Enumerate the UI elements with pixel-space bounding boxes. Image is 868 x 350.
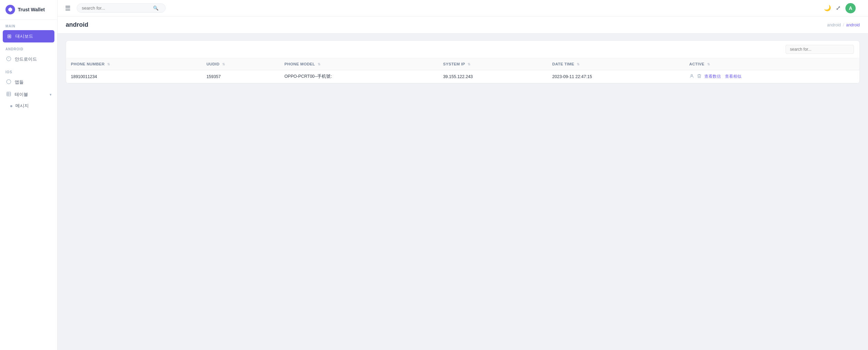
android-icon	[5, 56, 12, 62]
table-row: 18910011234 159357 OPPO-PCRT00--手机號: 39.…	[66, 70, 859, 83]
resize-button[interactable]: ⤢	[836, 4, 841, 12]
sidebar-item-apps-label: 앱들	[15, 79, 24, 85]
search-input[interactable]	[82, 5, 150, 11]
topbar: ☰ 🔍 🌙 ⤢ A	[0, 0, 868, 16]
moon-icon: 🌙	[824, 5, 831, 11]
breadcrumb-current: android	[846, 23, 860, 27]
sidebar-item-table[interactable]: 테이블 ▾	[0, 88, 57, 101]
content-area: PHONE NUMBER ⇅ UUDID ⇅ PHONE MODEL ⇅ S	[58, 34, 868, 90]
sort-icon-phone: ⇅	[107, 62, 110, 66]
sidebar-item-message[interactable]: 메시지	[0, 101, 57, 111]
sort-icon-active: ⇅	[707, 62, 710, 66]
view-similar-link[interactable]: 查看相似	[725, 74, 741, 79]
sort-icon-model: ⇅	[318, 62, 320, 66]
col-date-time: DATE TIME ⇅	[548, 58, 685, 70]
avatar[interactable]: A	[845, 3, 856, 13]
dashboard-icon: ⊞	[6, 33, 12, 39]
sidebar-item-table-label: 테이블	[15, 91, 28, 98]
col-active: ACTIVE ⇅	[685, 58, 859, 70]
sort-icon-ip: ⇅	[468, 62, 470, 66]
sub-dot-icon	[10, 105, 12, 107]
svg-point-3	[7, 79, 11, 84]
cell-uudid: 159357	[202, 70, 280, 83]
dark-mode-button[interactable]: 🌙	[824, 4, 831, 12]
sort-icon-uudid: ⇅	[222, 62, 225, 66]
breadcrumb-root[interactable]: android	[827, 23, 841, 27]
col-system-ip: SYSTEM IP ⇅	[438, 58, 547, 70]
card-search-bar	[66, 41, 859, 58]
sidebar-item-message-label: 메시지	[15, 103, 29, 109]
sidebar-section-ios: IOS	[0, 65, 57, 76]
cell-system-ip: 39.155.122.243	[438, 70, 547, 83]
hamburger-icon: ☰	[65, 5, 71, 12]
menu-toggle-button[interactable]: ☰	[63, 3, 73, 13]
search-icon: 🔍	[153, 5, 158, 11]
cell-phone-model: OPPO-PCRT00--手机號:	[280, 70, 438, 83]
app-logo	[5, 5, 15, 14]
resize-icon: ⤢	[836, 5, 841, 11]
page-title: android	[66, 21, 88, 28]
action-icons: 查看数信 查看相似	[689, 74, 855, 79]
chevron-down-icon: ▾	[50, 92, 52, 97]
topbar-actions: 🌙 ⤢ A	[824, 3, 863, 13]
user-icon[interactable]	[689, 74, 694, 79]
data-table: PHONE NUMBER ⇅ UUDID ⇅ PHONE MODEL ⇅ S	[66, 58, 859, 83]
cell-phone-number: 18910011234	[66, 70, 202, 83]
col-phone-model: PHONE MODEL ⇅	[280, 58, 438, 70]
cell-date-time: 2023-09-11 22:47:15	[548, 70, 685, 83]
main-content: android android / android PHONE NUMBER ⇅	[58, 16, 868, 350]
table-header-row: PHONE NUMBER ⇅ UUDID ⇅ PHONE MODEL ⇅ S	[66, 58, 859, 70]
page-header: android android / android	[58, 16, 868, 34]
sort-icon-datetime: ⇅	[577, 62, 579, 66]
sidebar-item-dashboard[interactable]: ⊞ 대시보드	[3, 30, 54, 42]
search-bar: 🔍	[77, 3, 166, 13]
col-uudid: UUDID ⇅	[202, 58, 280, 70]
sidebar-section-android: ANDROID	[0, 42, 57, 53]
view-data-link[interactable]: 查看数信	[704, 74, 721, 79]
delete-icon[interactable]	[697, 74, 702, 79]
app-name: Trust Wallet	[18, 7, 45, 12]
sidebar: Trust Wallet MAIN ⊞ 대시보드 ANDROID 안드로이드 I…	[0, 0, 58, 350]
col-phone-number: PHONE NUMBER ⇅	[66, 58, 202, 70]
sidebar-item-android[interactable]: 안드로이드	[0, 53, 57, 65]
apps-icon	[5, 79, 12, 85]
breadcrumb-separator: /	[843, 23, 844, 27]
svg-rect-4	[7, 92, 10, 96]
sidebar-header: Trust Wallet	[0, 0, 57, 20]
table-body: 18910011234 159357 OPPO-PCRT00--手机號: 39.…	[66, 70, 859, 83]
sidebar-item-apps[interactable]: 앱들	[0, 76, 57, 88]
data-card: PHONE NUMBER ⇅ UUDID ⇅ PHONE MODEL ⇅ S	[66, 40, 860, 84]
table-icon	[5, 91, 12, 98]
sidebar-item-dashboard-label: 대시보드	[15, 33, 33, 39]
sidebar-section-main: MAIN	[0, 20, 57, 30]
sidebar-item-android-label: 안드로이드	[15, 56, 37, 62]
svg-point-8	[691, 74, 692, 76]
cell-active: 查看数信 查看相似	[685, 70, 859, 83]
breadcrumb: android / android	[827, 23, 860, 27]
card-search-input[interactable]	[786, 45, 854, 54]
